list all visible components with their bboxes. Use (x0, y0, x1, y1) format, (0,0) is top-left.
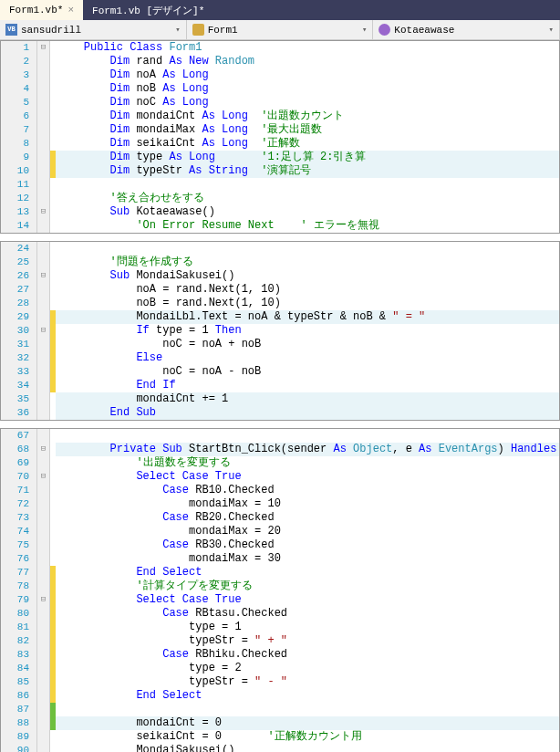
tab[interactable]: Form1.vb*× (0, 0, 83, 20)
code-line[interactable]: MondaiLbl.Text = noA & typeStr & noB & "… (56, 310, 559, 324)
line-number: 76 (1, 552, 36, 566)
line-number: 29 (1, 310, 36, 324)
fold-toggle (37, 538, 49, 552)
code-line[interactable]: Dim type As Long '1:足し算 2:引き算 (56, 151, 559, 164)
line-number: 24 (1, 242, 36, 256)
code-line[interactable]: 'On Error Resume Next ' エラーを無視 (56, 219, 559, 233)
method-icon (379, 24, 390, 36)
code-line[interactable]: End Select (56, 566, 559, 580)
code-line[interactable]: Dim noB As Long (56, 82, 559, 96)
code-line[interactable]: Sub MondaiSakusei() (56, 269, 559, 283)
code-line[interactable]: '問題を作成する (56, 256, 559, 269)
code-line[interactable]: noC = noA + noB (56, 338, 559, 351)
code-line[interactable]: seikaiCnt = 0 '正解数カウント用 (56, 730, 559, 744)
code-panel: 6768697071727374757677787980818283848586… (0, 428, 560, 752)
code-line[interactable]: Case RBhiku.Checked (56, 648, 559, 662)
line-number: 70 (1, 470, 36, 484)
code-line[interactable]: Sub Kotaeawase() (56, 205, 559, 219)
fold-toggle[interactable]: ⊟ (37, 324, 49, 338)
fold-toggle[interactable]: ⊟ (37, 205, 49, 219)
code-line[interactable]: Select Case True (56, 470, 559, 484)
fold-toggle (37, 552, 49, 566)
line-number: 5 (1, 96, 36, 110)
line-number: 75 (1, 538, 36, 552)
fold-toggle[interactable]: ⊟ (37, 269, 49, 283)
fold-toggle (37, 55, 49, 68)
code-line[interactable]: If type = 1 Then (56, 324, 559, 338)
code-line[interactable] (56, 242, 559, 256)
code-line[interactable]: Dim seikaiCnt As Long '正解数 (56, 137, 559, 151)
nav-label: sansudrill (21, 25, 81, 36)
code-line[interactable]: Select Case True (56, 593, 559, 607)
code-line[interactable] (56, 429, 559, 443)
line-number: 77 (1, 566, 36, 580)
code-line[interactable]: Dim noA As Long (56, 68, 559, 82)
code-line[interactable]: mondaiCnt = 0 (56, 716, 559, 730)
code-line[interactable]: noC = noA - noB (56, 365, 559, 379)
fold-toggle (37, 123, 49, 137)
fold-gutter: ⊟⊟⊟ (37, 429, 50, 752)
code-line[interactable]: noA = rand.Next(1, 10) (56, 283, 559, 297)
tab[interactable]: Form1.vb [デザイン]* (83, 0, 213, 20)
nav-dropdown[interactable]: Form1▾ (187, 20, 374, 39)
line-number: 2 (1, 55, 36, 68)
code-line[interactable]: Case RB30.Checked (56, 538, 559, 552)
code-line[interactable]: mondaiCnt += 1 (56, 392, 559, 406)
fold-toggle (37, 178, 49, 192)
code-line[interactable]: Private Sub StartBtn_Click(sender As Obj… (56, 443, 559, 456)
line-number: 9 (1, 151, 36, 164)
source-area[interactable]: Public Class Form1 Dim rand As New Rando… (56, 41, 559, 233)
code-line[interactable] (56, 703, 559, 716)
nav-dropdown[interactable]: Kotaeawase▾ (373, 20, 560, 39)
fold-toggle (37, 351, 49, 365)
code-line[interactable]: Public Class Form1 (56, 41, 559, 55)
source-area[interactable]: Private Sub StartBtn_Click(sender As Obj… (56, 429, 559, 752)
nav-dropdown[interactable]: VBsansudrill▾ (0, 20, 187, 39)
fold-toggle (37, 634, 49, 648)
code-line[interactable]: '出題数を変更する (56, 456, 559, 470)
line-number: 89 (1, 730, 36, 744)
code-line[interactable]: Case RB20.Checked (56, 511, 559, 525)
code-line[interactable]: Case RB10.Checked (56, 484, 559, 497)
fold-toggle[interactable]: ⊟ (37, 470, 49, 484)
close-icon[interactable]: × (67, 5, 74, 16)
code-line[interactable]: '計算タイプを変更する (56, 580, 559, 593)
fold-toggle (37, 365, 49, 379)
code-line[interactable]: Else (56, 351, 559, 365)
code-line[interactable]: MondaiSakusei() (56, 744, 559, 752)
line-number: 86 (1, 689, 36, 703)
code-line[interactable]: Dim mondaiMax As Long '最大出題数 (56, 123, 559, 137)
code-line[interactable]: mondaiMax = 10 (56, 497, 559, 511)
code-line[interactable]: noB = rand.Next(1, 10) (56, 297, 559, 310)
code-line[interactable]: typeStr = " + " (56, 634, 559, 648)
code-line[interactable]: Case RBtasu.Checked (56, 607, 559, 621)
code-line[interactable]: End If (56, 379, 559, 392)
line-number: 25 (1, 256, 36, 269)
code-line[interactable]: End Select (56, 689, 559, 703)
code-line[interactable]: typeStr = " - " (56, 675, 559, 689)
code-line[interactable]: '答え合わせをする (56, 192, 559, 205)
code-line[interactable]: mondaiMax = 20 (56, 525, 559, 538)
editor-tabs: Form1.vb*×Form1.vb [デザイン]* (0, 0, 560, 20)
code-line[interactable]: mondaiMax = 30 (56, 552, 559, 566)
code-line[interactable] (56, 178, 559, 192)
code-line[interactable]: type = 2 (56, 662, 559, 675)
code-line[interactable]: type = 1 (56, 621, 559, 634)
line-number: 79 (1, 593, 36, 607)
fold-toggle[interactable]: ⊟ (37, 593, 49, 607)
line-number: 26 (1, 269, 36, 283)
fold-toggle[interactable]: ⊟ (37, 443, 49, 456)
fold-toggle[interactable]: ⊟ (37, 41, 49, 55)
code-line[interactable]: Dim noC As Long (56, 96, 559, 110)
fold-toggle (37, 406, 49, 420)
line-number: 28 (1, 297, 36, 310)
source-area[interactable]: '問題を作成する Sub MondaiSakusei() noA = rand.… (56, 242, 559, 420)
line-number: 84 (1, 662, 36, 675)
code-line[interactable]: Dim rand As New Random (56, 55, 559, 68)
code-line[interactable]: Dim typeStr As String '演算記号 (56, 164, 559, 178)
code-line[interactable]: End Sub (56, 406, 559, 420)
code-line[interactable]: Dim mondaiCnt As Long '出題数カウント (56, 110, 559, 123)
line-number: 31 (1, 338, 36, 351)
chevron-down-icon: ▾ (362, 25, 367, 35)
line-number: 11 (1, 178, 36, 192)
